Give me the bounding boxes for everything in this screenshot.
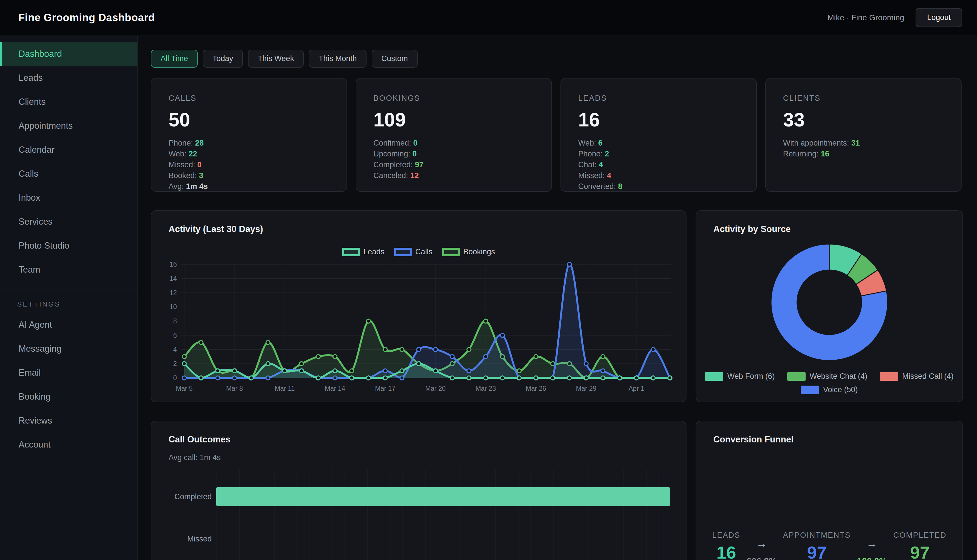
svg-text:16: 16 <box>169 261 177 268</box>
funnel-stage-value: 16 <box>716 544 736 560</box>
funnel-transition-pct: 606.3% <box>747 556 777 560</box>
stat-row-label: Avg: <box>169 182 186 191</box>
sidebar-item-calendar[interactable]: Calendar <box>0 138 137 162</box>
stat-row-label: Phone: <box>169 139 195 147</box>
stat-row: Web: 6 <box>578 138 745 148</box>
legend-label: Bookings <box>463 247 495 256</box>
funnel-title: Conversion Funnel <box>713 434 794 445</box>
stat-row-label: Upcoming: <box>373 150 413 158</box>
stat-card-bookings: BOOKINGS109Confirmed: 0Upcoming: 0Comple… <box>356 78 552 192</box>
legend-label: Missed Call (4) <box>902 372 954 381</box>
activity-by-source-panel: Activity by Source Web Form (6)Website C… <box>696 210 963 402</box>
logout-button[interactable]: Logout <box>915 8 962 27</box>
stat-row-value: 6 <box>598 139 602 147</box>
svg-text:Mar 8: Mar 8 <box>226 385 243 392</box>
filter-this-month[interactable]: This Month <box>309 50 366 68</box>
stat-card-rows: Phone: 28Web: 22Missed: 0Booked: 3Avg: 1… <box>169 138 335 192</box>
sidebar-item-inbox[interactable]: Inbox <box>0 186 137 210</box>
stat-card-value: 33 <box>783 108 950 131</box>
filter-all-time[interactable]: All Time <box>151 50 198 68</box>
app-title: Fine Grooming Dashboard <box>18 12 155 24</box>
funnel-stage-label: COMPLETED <box>893 531 947 540</box>
funnel-stage-completed: COMPLETED97 <box>893 531 947 560</box>
svg-text:Mar 17: Mar 17 <box>375 385 396 392</box>
call-outcomes-bar-chart: CompletedMissed <box>151 467 686 560</box>
donut-legend-row-2: Voice (50) <box>801 385 858 394</box>
topbar-right: Mike · Fine Grooming Logout <box>827 8 962 27</box>
funnel-stage-appointments: APPOINTMENTS97 <box>783 531 851 560</box>
funnel-stage-label: LEADS <box>712 531 741 540</box>
stat-row-label: Booked: <box>169 171 199 180</box>
legend-item-3[interactable]: Voice (50) <box>801 385 858 394</box>
sidebar-item-booking[interactable]: Booking <box>0 385 137 409</box>
stat-cards-row: CALLS50Phone: 28Web: 22Missed: 0Booked: … <box>151 78 962 192</box>
stat-row-label: Phone: <box>578 150 605 158</box>
svg-text:Apr 1: Apr 1 <box>629 385 644 392</box>
stat-row-label: Missed: <box>169 160 197 169</box>
legend-item-1[interactable]: Website Chat (4) <box>787 372 867 381</box>
filter-custom[interactable]: Custom <box>371 50 418 68</box>
activity-line-chart: 0246810121416Mar 5Mar 8Mar 11Mar 14Mar 1… <box>157 261 681 398</box>
svg-text:Mar 14: Mar 14 <box>325 385 345 392</box>
stat-row-value: 4 <box>607 171 611 180</box>
bar-completed <box>216 487 670 506</box>
funnel-transition-pct: 100.0% <box>857 556 887 560</box>
source-title: Activity by Source <box>713 224 790 234</box>
legend-swatch <box>787 372 806 381</box>
sidebar-item-services[interactable]: Services <box>0 210 137 234</box>
filter-today[interactable]: Today <box>203 50 243 68</box>
legend-item-2[interactable]: Missed Call (4) <box>880 372 954 381</box>
stat-card-label: CLIENTS <box>783 94 950 103</box>
stat-card-rows: With appointments: 31Returning: 16 <box>783 138 950 159</box>
stat-row-label: Missed: <box>578 171 607 180</box>
legend-item-calls[interactable]: Calls <box>394 247 433 256</box>
stat-row-value: 0 <box>413 139 418 147</box>
stat-row: Web: 22 <box>169 148 335 159</box>
sidebar-item-dashboard[interactable]: Dashboard <box>0 42 137 66</box>
stat-card-value: 109 <box>373 108 540 131</box>
sidebar-item-clients[interactable]: Clients <box>0 90 137 114</box>
sidebar-item-leads[interactable]: Leads <box>0 66 137 90</box>
stat-row-value: 0 <box>197 160 202 169</box>
stat-row-label: Web: <box>578 139 598 147</box>
legend-label: Leads <box>363 247 385 256</box>
sidebar-item-reviews[interactable]: Reviews <box>0 409 137 433</box>
sidebar-item-messaging[interactable]: Messaging <box>0 337 137 361</box>
sidebar-item-account[interactable]: Account <box>0 433 137 457</box>
stat-card-value: 16 <box>578 108 745 131</box>
call-outcomes-title: Call Outcomes <box>169 434 231 445</box>
legend-label: Website Chat (4) <box>810 372 867 381</box>
sidebar-item-team[interactable]: Team <box>0 258 137 282</box>
legend-item-0[interactable]: Web Form (6) <box>705 372 775 381</box>
svg-text:Mar 20: Mar 20 <box>425 385 446 392</box>
stat-card-label: CALLS <box>169 94 335 103</box>
donut-legend-row-1: Web Form (6)Website Chat (4)Missed Call … <box>705 372 954 381</box>
stat-card-rows: Web: 6Phone: 2Chat: 4Missed: 4Converted:… <box>578 138 745 192</box>
stat-row: Missed: 0 <box>169 159 335 170</box>
sidebar-item-appointments[interactable]: Appointments <box>0 114 137 138</box>
stat-row: Confirmed: 0 <box>373 138 540 148</box>
svg-text:Mar 23: Mar 23 <box>475 385 496 392</box>
legend-item-leads[interactable]: Leads <box>342 247 385 256</box>
legend-label: Voice (50) <box>823 385 858 394</box>
stat-row-value: 22 <box>189 150 197 158</box>
sidebar-item-ai-agent[interactable]: AI Agent <box>0 313 137 337</box>
funnel-stage-label: APPOINTMENTS <box>783 531 851 540</box>
stat-card-calls: CALLS50Phone: 28Web: 22Missed: 0Booked: … <box>151 78 347 192</box>
sidebar-item-email[interactable]: Email <box>0 361 137 385</box>
sidebar: DashboardLeadsClientsAppointmentsCalenda… <box>0 36 138 560</box>
stat-row-value: 8 <box>618 182 622 191</box>
time-filter-group: All TimeTodayThis WeekThis MonthCustom <box>151 50 418 68</box>
svg-text:Mar 11: Mar 11 <box>275 385 295 392</box>
sidebar-item-calls[interactable]: Calls <box>0 162 137 186</box>
conversion-funnel-panel: Conversion Funnel LEADS16→606.3%APPOINTM… <box>696 421 963 560</box>
stat-row: Avg: 1m 4s <box>169 181 335 192</box>
stat-card-label: LEADS <box>578 94 745 103</box>
stat-row: Phone: 2 <box>578 148 745 159</box>
legend-item-bookings[interactable]: Bookings <box>442 247 495 256</box>
source-donut-chart <box>696 242 962 365</box>
stat-row-label: With appointments: <box>783 139 851 147</box>
stat-row: Missed: 4 <box>578 170 745 181</box>
sidebar-item-photo-studio[interactable]: Photo Studio <box>0 234 137 258</box>
filter-this-week[interactable]: This Week <box>248 50 304 68</box>
